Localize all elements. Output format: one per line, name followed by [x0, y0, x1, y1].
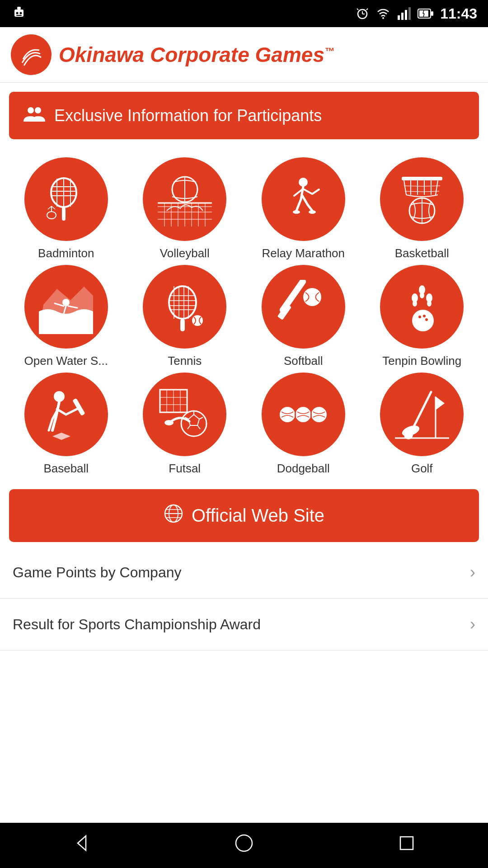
sport-icon-baseball [24, 373, 108, 456]
sport-label-golf: Golf [411, 462, 433, 476]
svg-point-75 [303, 288, 321, 306]
app-header: Okinawa Corporate Games™ [0, 27, 488, 83]
svg-line-35 [52, 206, 55, 209]
svg-line-54 [404, 180, 406, 195]
svg-line-101 [188, 425, 190, 429]
sport-icon-dodgeball [262, 373, 345, 456]
svg-marker-89 [52, 433, 70, 440]
svg-point-32 [47, 212, 56, 219]
menu-item-game-points-label: Game Points by Company [13, 564, 182, 581]
official-website-button[interactable]: Official Web Site [9, 489, 479, 542]
svg-marker-115 [436, 396, 445, 410]
svg-point-22 [28, 107, 34, 113]
svg-point-52 [309, 210, 316, 214]
app-title: Okinawa Corporate Games™ [59, 43, 334, 66]
bottom-navigation [0, 823, 488, 868]
svg-point-86 [425, 318, 428, 321]
svg-point-103 [164, 420, 174, 425]
svg-point-78 [420, 292, 424, 298]
sport-label-tenpin-bowling: Tenpin Bowling [382, 354, 461, 368]
svg-rect-4 [16, 15, 22, 16]
svg-line-34 [48, 206, 52, 209]
sports-grid: Badminton [0, 148, 488, 485]
svg-line-9 [366, 9, 368, 10]
svg-line-110 [413, 392, 431, 428]
sport-label-volleyball: Volleyball [160, 246, 210, 260]
svg-point-122 [236, 835, 252, 851]
sport-icon-volleyball [143, 157, 226, 241]
svg-point-10 [382, 17, 384, 19]
svg-rect-72 [180, 319, 185, 331]
svg-marker-97 [188, 415, 199, 425]
svg-point-2 [16, 12, 19, 14]
svg-rect-16 [431, 11, 433, 16]
sport-label-basketball: Basketball [395, 246, 449, 260]
svg-rect-14 [408, 7, 411, 20]
svg-point-87 [54, 391, 65, 402]
sport-item-golf[interactable]: Golf [365, 373, 479, 476]
status-bar: 11:43 [0, 0, 488, 27]
svg-rect-13 [405, 10, 407, 20]
sport-icon-golf [380, 373, 464, 456]
status-notification-icon [11, 4, 27, 24]
sport-icon-futsal [143, 373, 226, 456]
svg-line-50 [312, 189, 319, 194]
svg-rect-12 [401, 13, 404, 20]
recents-button[interactable] [379, 829, 435, 862]
sport-icon-badminton [24, 157, 108, 241]
participants-icon [23, 104, 45, 127]
sport-item-open-water-swim[interactable]: Open Water S... [9, 265, 123, 368]
sport-item-softball[interactable]: Softball [246, 265, 361, 368]
chevron-right-icon-game-points: › [470, 563, 475, 582]
svg-point-23 [35, 107, 41, 113]
svg-line-8 [357, 9, 358, 10]
menu-item-game-points[interactable]: Game Points by Company › [0, 547, 488, 599]
sport-item-futsal[interactable]: Futsal [128, 373, 242, 476]
sport-icon-relay-marathon [262, 157, 345, 241]
menu-item-sports-championship-label: Result for Sports Championship Award [13, 616, 261, 633]
svg-rect-53 [402, 177, 442, 180]
sport-item-tenpin-bowling[interactable]: Tenpin Bowling [365, 265, 479, 368]
sport-icon-tennis [143, 265, 226, 349]
sport-item-baseball[interactable]: Baseball [9, 373, 123, 476]
official-website-label: Official Web Site [192, 505, 324, 526]
svg-point-84 [418, 316, 421, 318]
sport-item-tennis[interactable]: Tennis [128, 265, 242, 368]
sport-item-relay-marathon[interactable]: Relay Marathon [246, 157, 361, 260]
sport-item-badminton[interactable]: Badminton [9, 157, 123, 260]
exclusive-info-label: Exclusive Information for Participants [54, 106, 322, 125]
svg-point-21 [19, 42, 44, 67]
svg-point-51 [293, 210, 300, 214]
sport-item-volleyball[interactable]: Volleyball [128, 157, 242, 260]
svg-point-83 [412, 310, 434, 331]
sport-label-relay-marathon: Relay Marathon [262, 246, 345, 260]
sport-label-futsal: Futsal [169, 462, 201, 476]
svg-line-99 [199, 417, 203, 419]
svg-point-63 [169, 286, 196, 319]
svg-point-49 [299, 178, 308, 187]
sport-item-basketball[interactable]: Basketball [365, 157, 479, 260]
back-button[interactable] [53, 829, 109, 862]
sport-label-dodgeball: Dodgeball [277, 462, 330, 476]
svg-line-59 [436, 180, 438, 195]
svg-line-100 [197, 425, 200, 429]
svg-point-73 [192, 315, 203, 326]
sport-label-open-water-swim: Open Water S... [24, 354, 108, 368]
logo-trademark: ™ [324, 45, 334, 57]
sport-label-softball: Softball [284, 354, 323, 368]
exclusive-info-banner[interactable]: Exclusive Information for Participants [9, 92, 479, 139]
status-right-icons: 11:43 [355, 5, 477, 22]
menu-item-sports-championship[interactable]: Result for Sports Championship Award › [0, 599, 488, 651]
sport-icon-basketball [380, 157, 464, 241]
svg-point-85 [423, 315, 426, 317]
status-time: 11:43 [440, 5, 477, 22]
globe-icon [164, 504, 183, 528]
sport-icon-open-water-swim [24, 265, 108, 349]
svg-rect-1 [17, 7, 21, 9]
svg-rect-11 [398, 15, 400, 20]
sport-item-dodgeball[interactable]: Dodgeball [246, 373, 361, 476]
home-button[interactable] [216, 829, 272, 862]
logo-circle [11, 34, 52, 75]
svg-rect-88 [72, 398, 85, 416]
svg-point-62 [62, 299, 70, 306]
